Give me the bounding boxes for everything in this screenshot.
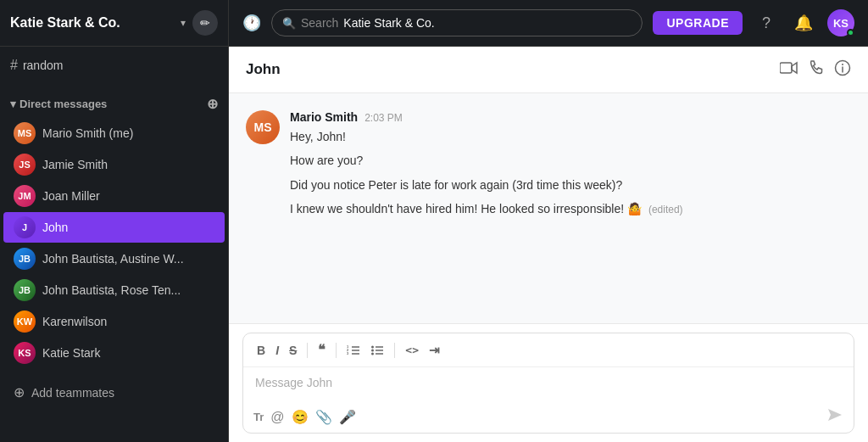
top-header: Katie Stark & Co. ▾ ✏ 🕐 🔍 Search Katie S…	[0, 0, 868, 47]
messages-area: MS Mario Smith 2:03 PM Hey, John! How ar…	[229, 93, 868, 323]
user-avatar-header[interactable]: KS	[827, 9, 854, 36]
dm-item-jamie[interactable]: JS Jamie Smith	[3, 149, 225, 180]
dm-name-joan: Joan Miller	[42, 189, 214, 203]
compose-area: B I S ❝ 123 <> ⇥ Mes	[229, 323, 868, 442]
quote-button[interactable]: ❝	[314, 340, 329, 360]
edited-label: (edited)	[648, 204, 683, 215]
unordered-list-button[interactable]	[367, 343, 387, 358]
upgrade-button[interactable]: UPGRADE	[653, 11, 743, 35]
svg-point-15	[371, 352, 374, 355]
message-line-1: Hey, John!	[290, 127, 851, 146]
message-line-3: Did you notice Peter is late for work ag…	[290, 176, 851, 194]
search-bar[interactable]: 🔍 Search Katie Stark & Co.	[271, 9, 643, 36]
avatar-joan: JM	[14, 185, 36, 207]
bottom-toolbar: Tr @ 😊 📎 🎤	[243, 401, 854, 433]
message-line-4: I knew we shouldn't have hired him! He l…	[290, 199, 851, 218]
code-button[interactable]: <>	[402, 342, 422, 358]
dm-item-bautista2[interactable]: JB John Bautista, Rose Ten...	[3, 275, 225, 305]
dm-item-bautista1[interactable]: JB John Bautista, Austine W...	[3, 243, 225, 274]
help-button[interactable]: ?	[753, 9, 780, 36]
search-workspace-name: Katie Stark & Co.	[343, 16, 434, 30]
dm-item-joan[interactable]: JM Joan Miller	[3, 181, 225, 211]
compose-toolbar: B I S ❝ 123 <> ⇥	[243, 333, 854, 367]
message-sender-name: Mario Smith	[290, 110, 358, 124]
emoji-button[interactable]: 😊	[292, 409, 309, 425]
add-teammates-label: Add teammates	[31, 386, 114, 400]
notifications-button[interactable]: 🔔	[790, 9, 817, 36]
avatar-katie: KS	[14, 342, 36, 364]
workspace-chevron-icon: ▾	[181, 17, 186, 29]
hash-icon: #	[10, 58, 18, 73]
compose-box: B I S ❝ 123 <> ⇥ Mes	[242, 333, 854, 434]
send-button[interactable]	[826, 406, 843, 428]
dm-item-mario[interactable]: MS Mario Smith (me)	[3, 118, 225, 148]
message-body: Hey, John! How are you? Did you notice P…	[290, 127, 851, 219]
sidebar: # random ▾ Direct messages ⊕ MS Mario Sm…	[0, 47, 229, 442]
avatar-mario: MS	[14, 122, 36, 144]
message-line-2: How are you?	[290, 151, 851, 170]
mention-button[interactable]: @	[270, 410, 284, 425]
svg-point-13	[371, 345, 374, 348]
add-teammates-button[interactable]: ⊕ Add teammates	[3, 379, 225, 406]
svg-point-14	[371, 349, 374, 351]
dm-name-mario: Mario Smith (me)	[42, 126, 214, 140]
history-button[interactable]: 🕐	[242, 14, 261, 32]
avatar-jamie: JS	[14, 154, 36, 176]
channel-name-random: random	[23, 59, 63, 72]
channel-item-random[interactable]: # random	[0, 53, 228, 77]
separator-3	[394, 343, 395, 358]
dm-name-bautista1: John Bautista, Austine W...	[42, 252, 214, 266]
message-sender-avatar: MS	[246, 110, 280, 144]
svg-point-3	[842, 64, 843, 65]
message-input[interactable]: Message John	[243, 367, 854, 401]
edit-button[interactable]: ✏	[192, 10, 218, 36]
message-content: Mario Smith 2:03 PM Hey, John! How are y…	[290, 110, 851, 219]
chat-area: John MS Mario Smith 2:03 PM	[229, 47, 868, 442]
video-call-icon[interactable]	[780, 61, 798, 79]
indent-button[interactable]: ⇥	[426, 341, 443, 360]
main-area: # random ▾ Direct messages ⊕ MS Mario Sm…	[0, 47, 868, 442]
message-timestamp: 2:03 PM	[364, 112, 403, 124]
online-status-dot	[847, 29, 854, 36]
message-item: MS Mario Smith 2:03 PM Hey, John! How ar…	[246, 110, 851, 219]
avatar-john: J	[14, 216, 36, 238]
separator-2	[336, 343, 337, 358]
search-label: Search	[301, 16, 338, 30]
avatar-bautista1: JB	[14, 248, 36, 270]
ordered-list-button[interactable]: 123	[343, 343, 364, 358]
message-header: Mario Smith 2:03 PM	[290, 110, 851, 124]
avatar-karen: KW	[14, 311, 36, 333]
italic-button[interactable]: I	[272, 342, 282, 359]
svg-rect-0	[780, 63, 792, 73]
info-icon[interactable]	[834, 59, 851, 81]
workspace-area: Katie Stark & Co. ▾ ✏	[0, 0, 229, 46]
direct-messages-section: ▾ Direct messages ⊕ MS Mario Smith (me) …	[0, 84, 228, 376]
dm-name-jamie: Jamie Smith	[42, 158, 214, 171]
main-header: 🕐 🔍 Search Katie Stark & Co. UPGRADE ? 🔔…	[229, 9, 868, 36]
strikethrough-button[interactable]: S	[286, 342, 300, 359]
bold-button[interactable]: B	[253, 342, 269, 359]
add-teammates-icon: ⊕	[14, 384, 25, 400]
edit-icon: ✏	[200, 16, 210, 30]
channels-section: # random	[0, 47, 228, 84]
attach-button[interactable]: 📎	[315, 409, 332, 425]
dm-section-label: Direct messages	[19, 98, 107, 110]
dm-name-katie: Katie Stark	[42, 346, 214, 360]
add-dm-icon[interactable]: ⊕	[207, 96, 218, 112]
chat-header: John	[229, 47, 868, 93]
dm-item-katie[interactable]: KS Katie Stark	[3, 338, 225, 368]
audio-button[interactable]: 🎤	[339, 409, 356, 425]
text-format-button[interactable]: Tr	[253, 411, 264, 423]
search-icon: 🔍	[282, 17, 296, 30]
svg-text:3: 3	[347, 351, 349, 355]
avatar-bautista2: JB	[14, 279, 36, 301]
dm-name-bautista2: John Bautista, Rose Ten...	[42, 283, 214, 297]
chat-header-icons	[780, 59, 851, 81]
dm-section-header[interactable]: ▾ Direct messages ⊕	[0, 91, 228, 117]
dm-item-john[interactable]: J John	[3, 212, 225, 243]
workspace-name: Katie Stark & Co.	[10, 15, 174, 31]
dm-name-karen: Karenwilson	[42, 315, 214, 328]
dm-chevron-icon: ▾	[10, 98, 16, 110]
dm-item-karen[interactable]: KW Karenwilson	[3, 306, 225, 337]
phone-call-icon[interactable]	[809, 60, 824, 80]
